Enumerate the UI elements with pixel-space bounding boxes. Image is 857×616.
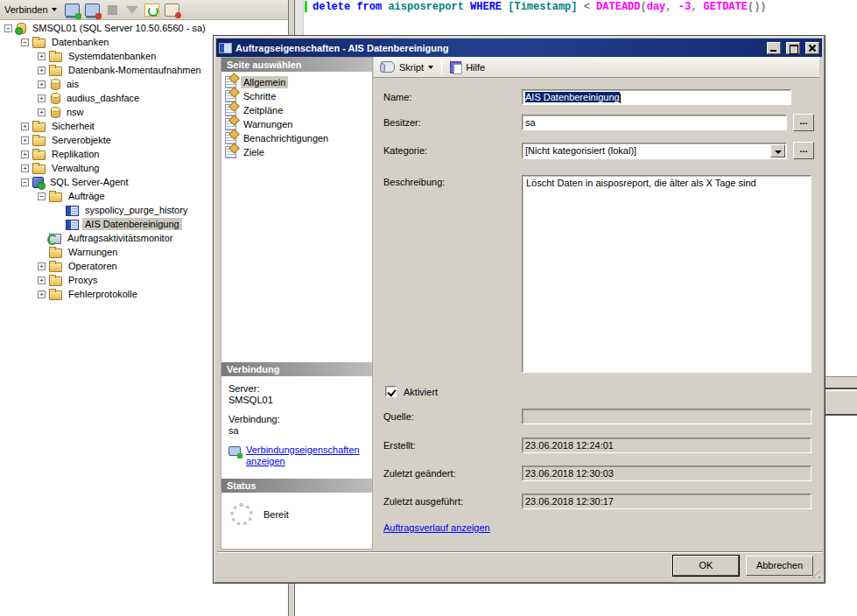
filter-icon[interactable] — [126, 6, 138, 14]
created-value: 23.06.2018 12:24:01 — [525, 440, 614, 451]
collapse-toggle[interactable]: − — [21, 178, 29, 186]
page-item-warnungen[interactable]: Warnungen — [221, 117, 372, 131]
server-label: Server: — [228, 383, 372, 395]
dialog-left-panel: Seite auswählen AllgemeinSchritteZeitplä… — [221, 57, 373, 550]
tree-item-label: Verwaltung — [49, 162, 102, 174]
folder-icon — [49, 276, 62, 286]
page-item-label: Schritte — [241, 90, 278, 102]
connection-label: Verbindung: — [228, 414, 372, 425]
category-value: [Nicht kategorisiert (lokal)] — [525, 145, 636, 156]
sql-code-line[interactable]: delete from aisposreport WHERE [Timestam… — [313, 1, 767, 13]
expand-toggle[interactable]: + — [38, 80, 46, 88]
folder-icon — [49, 290, 62, 300]
dropdown-arrow-icon[interactable] — [770, 144, 785, 158]
connect-server-icon[interactable] — [65, 4, 80, 17]
collapse-toggle[interactable]: − — [38, 192, 46, 200]
select-page-header: Seite auswählen — [221, 58, 372, 72]
dialog-toolbar: Skript Hilfe — [374, 57, 819, 78]
expand-toggle[interactable]: + — [38, 52, 46, 60]
db-icon — [51, 93, 60, 104]
name-value-selected: AIS Datenbereinigung — [525, 92, 620, 102]
page-item-zeitpläne[interactable]: Zeitpläne — [221, 103, 372, 117]
disconnect-server-icon[interactable] — [85, 4, 100, 17]
tree-item[interactable]: −SMSQL01 (SQL Server 10.50.6560 - sa) — [0, 21, 288, 35]
sql-token: WHERE — [470, 1, 508, 13]
help-button[interactable]: Hilfe — [466, 62, 485, 73]
expand-toggle[interactable]: + — [21, 164, 29, 172]
page-item-schritte[interactable]: Schritte — [221, 89, 372, 103]
expand-toggle[interactable]: + — [21, 136, 29, 144]
expand-toggle[interactable]: + — [38, 94, 46, 102]
owner-browse-button[interactable]: ... — [793, 114, 814, 131]
sql-token: ( — [641, 1, 647, 13]
connection-header: Verbindung — [221, 362, 372, 376]
name-input[interactable]: AIS Datenbereinigung — [522, 89, 791, 105]
page-item-benachrichtigungen[interactable]: Benachrichtigungen — [221, 131, 372, 145]
owner-input[interactable]: sa — [522, 115, 787, 130]
expand-toggle[interactable]: + — [21, 150, 29, 158]
sql-token: ()) — [748, 1, 767, 13]
chevron-down-icon — [52, 8, 57, 11]
tree-item-label: audius_dashface — [64, 92, 142, 104]
ok-button[interactable]: OK — [673, 556, 739, 576]
connect-dropdown-button[interactable]: Verbinden — [2, 3, 60, 17]
page-list: AllgemeinSchritteZeitpläneWarnungenBenac… — [221, 72, 372, 362]
toolbar-separator — [441, 60, 442, 74]
script-error-icon[interactable] — [165, 4, 179, 17]
description-label: Beschreibung: — [383, 177, 445, 187]
tree-item-label: ais — [64, 78, 81, 90]
tree-item-label: Operatoren — [66, 260, 120, 272]
maximize-button[interactable] — [786, 42, 800, 54]
background-pane-edge — [825, 391, 857, 416]
text-cursor — [620, 94, 621, 103]
connection-box: Server: SMSQL01 Verbindung: sa Verbindun… — [221, 376, 372, 479]
tree-item-label: Replikation — [49, 148, 102, 160]
minimize-button[interactable] — [767, 42, 781, 54]
agent-icon — [32, 177, 44, 188]
connection-value: sa — [228, 425, 372, 437]
tree-item-label: SQL Server-Agent — [47, 176, 130, 188]
category-select[interactable]: [Nicht kategorisiert (lokal)] — [522, 143, 787, 159]
collapse-toggle[interactable]: − — [21, 38, 29, 46]
folder-icon — [49, 248, 62, 258]
page-item-allgemein[interactable]: Allgemein — [221, 75, 372, 89]
expand-toggle[interactable]: + — [38, 108, 46, 116]
expand-toggle[interactable]: + — [38, 276, 46, 284]
tree-item-label: Sicherheit — [49, 120, 97, 132]
expand-toggle[interactable]: + — [38, 290, 46, 298]
script-button[interactable]: Skript — [399, 62, 424, 73]
status-box: Bereit — [221, 493, 372, 549]
category-browse-button[interactable]: ... — [793, 142, 814, 159]
folder-icon — [32, 164, 46, 174]
folder-icon — [49, 262, 62, 272]
view-connection-properties-link[interactable]: Verbindungseigenschaften anzeigen — [246, 444, 351, 467]
modified-label: Zuletzt geändert: — [383, 468, 456, 479]
refresh-icon[interactable] — [144, 4, 159, 17]
close-button[interactable] — [805, 42, 819, 54]
page-item-ziele[interactable]: Ziele — [221, 145, 372, 159]
cancel-button[interactable]: Abbrechen — [746, 556, 813, 576]
query-editor[interactable]: delete from aisposreport WHERE [Timestam… — [295, 0, 857, 35]
tree-item-label: Auftragsaktivitätsmonitor — [65, 232, 175, 244]
sql-token: -3 — [678, 1, 691, 13]
help-icon — [450, 61, 461, 74]
description-value: Löscht Daten in aisposreport, die älter … — [526, 178, 756, 188]
expand-toggle[interactable]: + — [38, 66, 46, 74]
expand-toggle[interactable]: + — [21, 122, 29, 130]
tree-item-label: syspolicy_purge_history — [82, 204, 190, 216]
source-field — [522, 409, 811, 424]
dialog-titlebar[interactable]: Auftragseigenschaften - AIS Datenbereini… — [216, 38, 822, 57]
expand-toggle[interactable]: + — [38, 262, 46, 270]
owner-value: sa — [525, 117, 536, 128]
chevron-down-icon[interactable] — [428, 66, 433, 69]
executed-field: 23.06.2018 12:30:17 — [522, 494, 811, 509]
collapse-toggle[interactable]: − — [4, 24, 12, 32]
description-textarea[interactable]: Löscht Daten in aisposreport, die älter … — [522, 175, 811, 373]
ssms-window: Verbinden −SMSQL01 (SQL Server 10.50.656… — [0, 0, 857, 616]
tree-item-label: Proxys — [66, 274, 101, 286]
folder-icon — [32, 122, 46, 132]
job-history-link[interactable]: Auftragsverlauf anzeigen — [383, 522, 490, 533]
enabled-checkbox[interactable] — [385, 386, 397, 397]
dialog-divider — [217, 551, 823, 553]
sql-token: [Timestamp] — [508, 1, 583, 13]
